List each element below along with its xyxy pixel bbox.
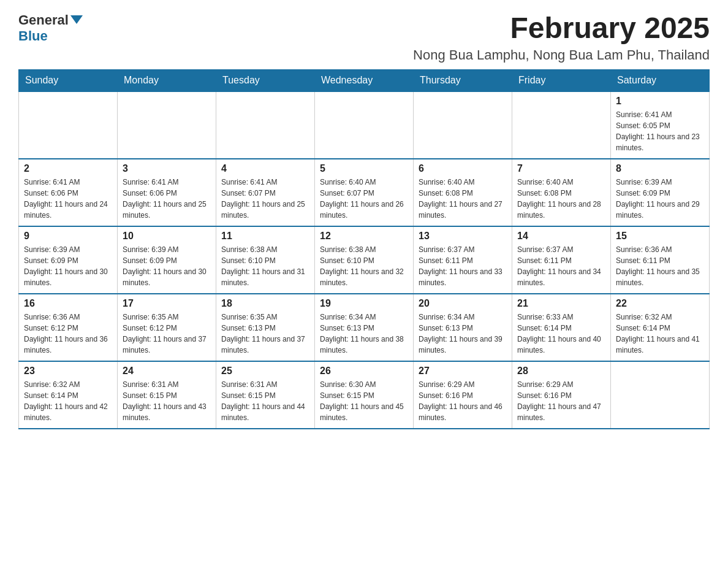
- calendar-cell: 4Sunrise: 6:41 AM Sunset: 6:07 PM Daylig…: [216, 159, 315, 226]
- day-info: Sunrise: 6:38 AM Sunset: 6:10 PM Dayligh…: [221, 244, 309, 288]
- calendar-cell: 20Sunrise: 6:34 AM Sunset: 6:13 PM Dayli…: [414, 294, 512, 361]
- day-info: Sunrise: 6:35 AM Sunset: 6:12 PM Dayligh…: [123, 312, 211, 356]
- day-info: Sunrise: 6:29 AM Sunset: 6:16 PM Dayligh…: [419, 379, 507, 423]
- day-info: Sunrise: 6:37 AM Sunset: 6:11 PM Dayligh…: [419, 244, 507, 288]
- day-number: 18: [221, 298, 309, 309]
- calendar-cell: 11Sunrise: 6:38 AM Sunset: 6:10 PM Dayli…: [216, 226, 315, 294]
- day-number: 26: [320, 366, 408, 377]
- day-info: Sunrise: 6:40 AM Sunset: 6:08 PM Dayligh…: [517, 177, 605, 221]
- day-info: Sunrise: 6:39 AM Sunset: 6:09 PM Dayligh…: [616, 177, 704, 221]
- calendar-week-row: 1Sunrise: 6:41 AM Sunset: 6:05 PM Daylig…: [19, 91, 710, 159]
- logo: General Blue: [18, 12, 83, 44]
- day-info: Sunrise: 6:39 AM Sunset: 6:09 PM Dayligh…: [24, 244, 112, 288]
- day-number: 2: [24, 163, 112, 174]
- day-info: Sunrise: 6:41 AM Sunset: 6:07 PM Dayligh…: [221, 177, 309, 221]
- calendar-cell: 18Sunrise: 6:35 AM Sunset: 6:13 PM Dayli…: [216, 294, 315, 361]
- month-title: February 2025: [413, 12, 710, 45]
- day-number: 27: [419, 366, 507, 377]
- day-info: Sunrise: 6:41 AM Sunset: 6:06 PM Dayligh…: [24, 177, 112, 221]
- calendar-cell: 15Sunrise: 6:36 AM Sunset: 6:11 PM Dayli…: [611, 226, 710, 294]
- calendar-cell: [19, 91, 118, 159]
- calendar-cell: 16Sunrise: 6:36 AM Sunset: 6:12 PM Dayli…: [19, 294, 118, 361]
- day-number: 14: [517, 231, 605, 242]
- column-header-tuesday: Tuesday: [216, 69, 315, 91]
- day-number: 5: [320, 163, 408, 174]
- calendar-cell: 8Sunrise: 6:39 AM Sunset: 6:09 PM Daylig…: [611, 159, 710, 226]
- calendar-cell: [118, 91, 216, 159]
- calendar-week-row: 2Sunrise: 6:41 AM Sunset: 6:06 PM Daylig…: [19, 159, 710, 226]
- calendar-cell: 7Sunrise: 6:40 AM Sunset: 6:08 PM Daylig…: [512, 159, 611, 226]
- day-number: 16: [24, 298, 112, 309]
- calendar-cell: 26Sunrise: 6:30 AM Sunset: 6:15 PM Dayli…: [315, 361, 414, 429]
- calendar-cell: 21Sunrise: 6:33 AM Sunset: 6:14 PM Dayli…: [512, 294, 611, 361]
- calendar-cell: 12Sunrise: 6:38 AM Sunset: 6:10 PM Dayli…: [315, 226, 414, 294]
- day-info: Sunrise: 6:29 AM Sunset: 6:16 PM Dayligh…: [517, 379, 605, 423]
- day-number: 7: [517, 163, 605, 174]
- calendar-cell: 23Sunrise: 6:32 AM Sunset: 6:14 PM Dayli…: [19, 361, 118, 429]
- calendar-cell: 19Sunrise: 6:34 AM Sunset: 6:13 PM Dayli…: [315, 294, 414, 361]
- day-number: 11: [221, 231, 309, 242]
- column-header-wednesday: Wednesday: [315, 69, 414, 91]
- day-info: Sunrise: 6:37 AM Sunset: 6:11 PM Dayligh…: [517, 244, 605, 288]
- day-number: 19: [320, 298, 408, 309]
- day-info: Sunrise: 6:30 AM Sunset: 6:15 PM Dayligh…: [320, 379, 408, 423]
- day-number: 10: [123, 231, 211, 242]
- day-number: 22: [616, 298, 704, 309]
- calendar-cell: 5Sunrise: 6:40 AM Sunset: 6:07 PM Daylig…: [315, 159, 414, 226]
- day-info: Sunrise: 6:35 AM Sunset: 6:13 PM Dayligh…: [221, 312, 309, 356]
- column-header-sunday: Sunday: [19, 69, 118, 91]
- day-info: Sunrise: 6:31 AM Sunset: 6:15 PM Dayligh…: [221, 379, 309, 423]
- day-info: Sunrise: 6:38 AM Sunset: 6:10 PM Dayligh…: [320, 244, 408, 288]
- column-header-saturday: Saturday: [611, 69, 710, 91]
- calendar-cell: 22Sunrise: 6:32 AM Sunset: 6:14 PM Dayli…: [611, 294, 710, 361]
- day-number: 8: [616, 163, 704, 174]
- day-number: 1: [616, 96, 704, 107]
- calendar-cell: [611, 361, 710, 429]
- day-info: Sunrise: 6:40 AM Sunset: 6:08 PM Dayligh…: [419, 177, 507, 221]
- day-number: 20: [419, 298, 507, 309]
- day-info: Sunrise: 6:41 AM Sunset: 6:06 PM Dayligh…: [123, 177, 211, 221]
- calendar-cell: 9Sunrise: 6:39 AM Sunset: 6:09 PM Daylig…: [19, 226, 118, 294]
- calendar-cell: 2Sunrise: 6:41 AM Sunset: 6:06 PM Daylig…: [19, 159, 118, 226]
- day-number: 17: [123, 298, 211, 309]
- column-header-thursday: Thursday: [414, 69, 512, 91]
- page-header: General Blue February 2025 Nong Bua Lamp…: [18, 12, 710, 63]
- day-number: 9: [24, 231, 112, 242]
- calendar-cell: [512, 91, 611, 159]
- day-info: Sunrise: 6:40 AM Sunset: 6:07 PM Dayligh…: [320, 177, 408, 221]
- calendar-cell: 27Sunrise: 6:29 AM Sunset: 6:16 PM Dayli…: [414, 361, 512, 429]
- calendar-cell: 13Sunrise: 6:37 AM Sunset: 6:11 PM Dayli…: [414, 226, 512, 294]
- day-info: Sunrise: 6:34 AM Sunset: 6:13 PM Dayligh…: [419, 312, 507, 356]
- day-number: 24: [123, 366, 211, 377]
- calendar-cell: 10Sunrise: 6:39 AM Sunset: 6:09 PM Dayli…: [118, 226, 216, 294]
- calendar-cell: 17Sunrise: 6:35 AM Sunset: 6:12 PM Dayli…: [118, 294, 216, 361]
- day-number: 4: [221, 163, 309, 174]
- calendar-cell: 14Sunrise: 6:37 AM Sunset: 6:11 PM Dayli…: [512, 226, 611, 294]
- day-info: Sunrise: 6:41 AM Sunset: 6:05 PM Dayligh…: [616, 109, 704, 153]
- column-header-monday: Monday: [118, 69, 216, 91]
- day-info: Sunrise: 6:36 AM Sunset: 6:11 PM Dayligh…: [616, 244, 704, 288]
- day-info: Sunrise: 6:31 AM Sunset: 6:15 PM Dayligh…: [123, 379, 211, 423]
- calendar-cell: [414, 91, 512, 159]
- calendar-table: SundayMondayTuesdayWednesdayThursdayFrid…: [18, 69, 710, 429]
- calendar-week-row: 9Sunrise: 6:39 AM Sunset: 6:09 PM Daylig…: [19, 226, 710, 294]
- day-number: 12: [320, 231, 408, 242]
- day-info: Sunrise: 6:39 AM Sunset: 6:09 PM Dayligh…: [123, 244, 211, 288]
- calendar-cell: [315, 91, 414, 159]
- calendar-cell: 25Sunrise: 6:31 AM Sunset: 6:15 PM Dayli…: [216, 361, 315, 429]
- column-header-friday: Friday: [512, 69, 611, 91]
- day-info: Sunrise: 6:32 AM Sunset: 6:14 PM Dayligh…: [24, 379, 112, 423]
- day-info: Sunrise: 6:36 AM Sunset: 6:12 PM Dayligh…: [24, 312, 112, 356]
- calendar-cell: 28Sunrise: 6:29 AM Sunset: 6:16 PM Dayli…: [512, 361, 611, 429]
- calendar-week-row: 16Sunrise: 6:36 AM Sunset: 6:12 PM Dayli…: [19, 294, 710, 361]
- day-info: Sunrise: 6:34 AM Sunset: 6:13 PM Dayligh…: [320, 312, 408, 356]
- calendar-cell: 24Sunrise: 6:31 AM Sunset: 6:15 PM Dayli…: [118, 361, 216, 429]
- calendar-header-row: SundayMondayTuesdayWednesdayThursdayFrid…: [19, 69, 710, 91]
- logo-general-text: General: [18, 12, 83, 28]
- day-info: Sunrise: 6:33 AM Sunset: 6:14 PM Dayligh…: [517, 312, 605, 356]
- calendar-cell: 3Sunrise: 6:41 AM Sunset: 6:06 PM Daylig…: [118, 159, 216, 226]
- day-info: Sunrise: 6:32 AM Sunset: 6:14 PM Dayligh…: [616, 312, 704, 356]
- day-number: 28: [517, 366, 605, 377]
- calendar-cell: 6Sunrise: 6:40 AM Sunset: 6:08 PM Daylig…: [414, 159, 512, 226]
- day-number: 21: [517, 298, 605, 309]
